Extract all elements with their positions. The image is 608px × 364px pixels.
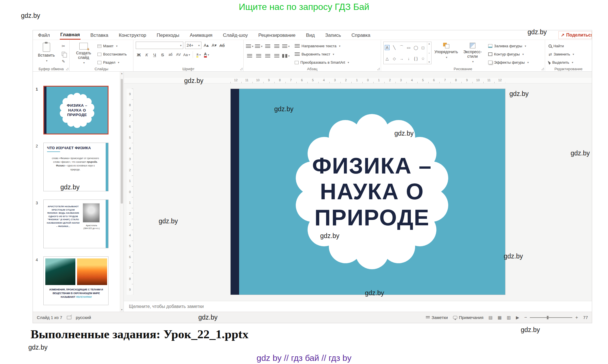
tab-review[interactable]: Рецензирование xyxy=(258,31,296,39)
justify-button[interactable] xyxy=(273,52,280,59)
thumbnail-scrollbar[interactable]: ▲ ▼ xyxy=(120,72,124,312)
shape-arrow-right-icon[interactable]: → xyxy=(399,56,403,61)
slide-sorter-view-button[interactable]: ▦ xyxy=(498,315,502,320)
slide-thumbnail-4[interactable]: ИЗМЕНЕНИЯ, ПРОИСХОДЯЩИЕ С ТЕЛАМИ И ВЕЩЕС… xyxy=(43,256,109,305)
select-button[interactable]: Выделить xyxy=(549,59,574,66)
slide-thumbnail-3[interactable]: АРИСТОТЕЛЯ НАЗЫВАЮТ КРЕСТНЫМ ОТЦОМ ФИЗИК… xyxy=(43,200,109,248)
tab-transitions[interactable]: Переходы xyxy=(156,31,180,39)
align-left-button[interactable] xyxy=(246,52,253,59)
vertical-ruler[interactable]: 9876543210123456789 xyxy=(127,89,133,295)
increase-indent-button[interactable] xyxy=(273,43,280,50)
shape-diamond-icon[interactable]: ◇ xyxy=(393,56,396,61)
notes-toggle-button[interactable]: Заметки xyxy=(426,315,448,320)
new-slide-button[interactable]: Создать слайд xyxy=(72,42,95,65)
zoom-slider[interactable] xyxy=(530,317,572,318)
replace-button[interactable]: Заменить xyxy=(549,50,574,58)
shape-outline-button[interactable]: Контур фигуры xyxy=(488,50,529,58)
grow-font-button[interactable]: А▴ xyxy=(203,42,209,49)
paste-button[interactable]: Вставить xyxy=(35,42,58,62)
line-spacing-button[interactable] xyxy=(282,43,290,50)
tab-insert[interactable]: Вставка xyxy=(90,31,109,39)
shape-rectangle-icon[interactable]: ▭ xyxy=(407,45,411,50)
numbering-button[interactable] xyxy=(255,43,262,50)
tab-home[interactable]: Главная xyxy=(60,30,80,40)
scroll-down-icon[interactable]: ▼ xyxy=(428,61,430,63)
tab-animations[interactable]: Анимация xyxy=(189,31,213,39)
tab-file[interactable]: Файл xyxy=(37,31,50,39)
convert-smartart-button[interactable]: Преобразовать в SmartArt xyxy=(295,59,349,66)
shrink-font-button[interactable]: А▾ xyxy=(211,42,217,49)
shapes-gallery[interactable]: А ╲ ⌒ ▭ ◯ ◻ △ ◇ → ↓ { } ☆ ▲▪▼ xyxy=(383,42,431,64)
scrollbar-thumb[interactable] xyxy=(121,79,123,204)
reset-button[interactable]: Восстановить xyxy=(97,50,127,58)
spellcheck-icon[interactable] xyxy=(67,316,71,319)
copy-button[interactable] xyxy=(60,50,67,57)
slideshow-view-button[interactable]: ▶ xyxy=(516,315,519,320)
shape-line-icon[interactable]: ╲ xyxy=(393,45,396,50)
underline-button[interactable]: Ч xyxy=(152,51,158,58)
align-center-button[interactable] xyxy=(255,52,262,59)
character-spacing-button[interactable]: АV xyxy=(175,51,182,58)
shape-brace-icon[interactable]: { } xyxy=(414,56,418,61)
text-direction-button[interactable]: Направление текста xyxy=(295,42,349,50)
tab-help[interactable]: Справка xyxy=(351,31,371,39)
strikethrough-button[interactable]: S xyxy=(160,51,166,58)
dialog-launcher-icon[interactable]: ◿ xyxy=(541,67,544,70)
dialog-launcher-icon[interactable]: ◿ xyxy=(66,67,68,70)
reading-view-button[interactable]: ▥ xyxy=(507,315,511,320)
font-name-combo[interactable] xyxy=(136,42,183,49)
arrange-button[interactable]: Упорядочить xyxy=(434,42,459,59)
dialog-launcher-icon[interactable]: ◿ xyxy=(240,67,242,70)
font-color-button[interactable]: А xyxy=(203,51,210,58)
italic-button[interactable]: К xyxy=(144,51,150,58)
columns-button[interactable] xyxy=(282,52,290,59)
scroll-up-icon[interactable]: ▲ xyxy=(428,42,430,45)
title-badge[interactable]: ФИЗИКА – НАУКА О ПРИРОДЕ xyxy=(292,112,452,272)
shape-effects-button[interactable]: Эффекты фигуры xyxy=(488,59,529,66)
shape-curve-icon[interactable]: ⌒ xyxy=(399,45,403,50)
find-button[interactable]: Найти xyxy=(549,42,574,50)
align-text-button[interactable]: Выровнять текст xyxy=(295,50,349,58)
tab-view[interactable]: Вид xyxy=(305,31,315,39)
shape-arrow-down-icon[interactable]: ↓ xyxy=(408,56,410,61)
align-right-button[interactable] xyxy=(264,52,271,59)
shape-ellipse-icon[interactable]: ◯ xyxy=(414,45,418,50)
clear-formatting-button[interactable]: Аб xyxy=(219,42,225,49)
shape-textbox-icon[interactable]: А xyxy=(385,45,390,50)
slide-thumbnail-1[interactable]: ФИЗИКА – НАУКА О ПРИРОДЕ xyxy=(43,86,109,134)
shape-triangle-icon[interactable]: △ xyxy=(386,56,389,61)
zoom-in-button[interactable]: + xyxy=(575,315,578,320)
layout-button[interactable]: Макет xyxy=(97,42,127,50)
highlight-color-button[interactable]: а xyxy=(195,51,202,58)
language-indicator[interactable]: русский xyxy=(76,315,91,320)
format-painter-button[interactable] xyxy=(60,58,67,65)
zoom-percentage[interactable]: 77 xyxy=(583,315,588,320)
increase-indent-icon xyxy=(274,44,279,48)
bullets-button[interactable] xyxy=(246,43,253,50)
zoom-slider-thumb[interactable] xyxy=(547,316,549,319)
decrease-indent-button[interactable] xyxy=(264,43,271,50)
bold-button[interactable]: Ж xyxy=(136,51,142,58)
scroll-down-icon[interactable]: ▼ xyxy=(120,309,124,311)
dialog-launcher-icon[interactable]: ◿ xyxy=(377,67,379,70)
share-button[interactable]: Поделиться xyxy=(558,31,592,39)
shape-square-icon[interactable]: ◻ xyxy=(421,45,425,50)
slide-canvas[interactable]: ФИЗИКА – НАУКА О ПРИРОДЕ xyxy=(230,89,505,295)
notes-pane[interactable]: Щелкните, чтобы добавить заметки xyxy=(124,301,592,312)
change-case-button[interactable]: Аа xyxy=(183,51,190,58)
text-shadow-button[interactable]: аб xyxy=(167,51,174,58)
cut-button[interactable] xyxy=(60,43,67,50)
normal-view-button[interactable]: ▤ xyxy=(488,315,492,320)
tab-slideshow[interactable]: Слайд-шоу xyxy=(222,31,248,39)
tab-record[interactable]: Запись xyxy=(325,31,342,39)
shape-fill-button[interactable]: Заливка фигуры xyxy=(488,42,529,50)
scroll-up-icon[interactable]: ▲ xyxy=(120,72,124,75)
tab-design[interactable]: Конструктор xyxy=(118,31,147,39)
zoom-out-button[interactable]: − xyxy=(524,315,527,320)
shape-star-icon[interactable]: ☆ xyxy=(421,56,425,61)
font-size-combo[interactable]: 24+ xyxy=(185,42,201,49)
shapes-gallery-scrollbar[interactable]: ▲▪▼ xyxy=(427,42,431,64)
section-button[interactable]: Раздел xyxy=(97,59,127,66)
quick-styles-button[interactable]: Экспресс-стили xyxy=(461,42,484,63)
comments-toggle-button[interactable]: Примечания xyxy=(453,315,484,320)
